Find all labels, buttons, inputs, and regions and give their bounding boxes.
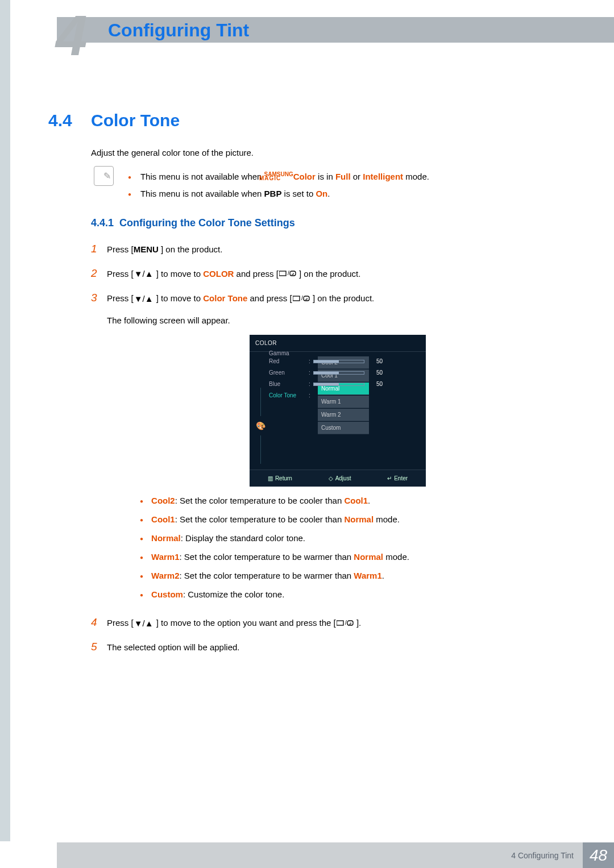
step-4: 4 Press [▼/▲ ] to move to the option you…: [91, 615, 569, 632]
osd-option-warm2: Warm 2: [318, 409, 369, 421]
palette-icon: 🎨: [256, 418, 265, 434]
subsection-number: 4.4.1: [91, 217, 114, 229]
osd-option-warm1: Warm 1: [318, 396, 369, 408]
osd-row-color-tone: Color Tone : Cool 2 Cool 1 Normal Warm 1…: [269, 391, 422, 401]
note2-pre: This menu is not available when: [140, 189, 264, 198]
s3-pre: Press [: [107, 293, 134, 303]
desc-warm1: ●Warm1: Set the color temperature to be …: [140, 551, 569, 563]
s4-post: ].: [354, 618, 362, 628]
enter-icon: /: [279, 266, 296, 283]
color-menu-label: COLOR: [203, 269, 234, 279]
subsection-title: Configuring the Color Tone Settings: [119, 217, 295, 229]
desc-normal: ●Normal: Display the standard color tone…: [140, 532, 569, 544]
intelligent-label: Intelligent: [363, 172, 403, 181]
osd-screenshot: COLOR 🎨 Red : 50 Green: [250, 335, 426, 487]
svg-rect-3: [293, 296, 300, 301]
step-5: 5 The selected option will be applied.: [91, 639, 569, 656]
desc-custom: ●Custom: Customize the color tone.: [140, 588, 569, 600]
s3-mid: ] to move to: [154, 293, 204, 303]
osd-label-selected: Color Tone: [269, 390, 309, 401]
note1-post: mode.: [403, 172, 429, 181]
return-icon: ▥: [268, 475, 273, 481]
osd-value: 50: [368, 367, 383, 378]
bullet-icon: ●: [128, 174, 131, 180]
s2-post: ] on the product.: [297, 269, 361, 279]
svg-rect-8: [347, 621, 353, 625]
step-number: 3: [91, 292, 107, 304]
svg-rect-5: [304, 296, 309, 301]
s3-and: and press [: [247, 293, 292, 303]
enter-icon: ↵: [387, 475, 392, 481]
step-3: 3 Press [▼/▲ ] to move to Color Tone and…: [91, 290, 569, 607]
osd-adjust: ◇Adjust: [329, 473, 351, 484]
osd-value: 50: [368, 356, 383, 367]
bullet-icon: ●: [140, 592, 143, 598]
desc-warm2: ●Warm2: Set the color temperature to be …: [140, 570, 569, 582]
osd-option-custom: Custom: [318, 422, 369, 434]
down-up-arrow-icon: ▼/▲: [134, 291, 154, 308]
bullet-icon: ●: [128, 191, 131, 197]
magic-color-label: Color: [293, 172, 316, 181]
s2-mid: ] to move to: [154, 269, 204, 279]
subsection-heading: 4.4.1 Configuring the Color Tone Setting…: [91, 217, 295, 229]
s5-text: The selected option will be applied.: [107, 639, 569, 656]
s3-follow: The following screen will appear.: [107, 315, 230, 325]
bullet-icon: ●: [140, 498, 143, 504]
s1-pre: Press [: [107, 244, 134, 254]
footer-chapter-label: 4 Configuring Tint: [57, 842, 583, 868]
full-label: Full: [335, 172, 351, 181]
svg-rect-2: [290, 271, 296, 276]
note1-pre: This menu is not available when: [140, 172, 264, 181]
note2-mid: is set to: [281, 189, 316, 198]
osd-value: 50: [368, 379, 383, 389]
enter-icon: /: [293, 291, 310, 308]
svg-text:/: /: [345, 620, 347, 626]
desc-cool2: ●Cool2: Set the color temperature to be …: [140, 495, 569, 506]
adjust-icon: ◇: [329, 475, 333, 481]
note-list: ● This menu is not available when SAMSUN…: [128, 168, 429, 202]
bullet-icon: ●: [140, 517, 143, 523]
intro-text: Adjust the general color tone of the pic…: [91, 148, 254, 157]
step-2: 2 Press [▼/▲ ] to move to COLOR and pres…: [91, 266, 569, 283]
bullet-icon: ●: [140, 535, 143, 542]
s1-post: ] on the product.: [159, 244, 223, 254]
bullet-icon: ●: [140, 573, 143, 579]
note1-mid: is in: [316, 172, 335, 181]
s3-post: ] on the product.: [310, 293, 375, 303]
osd-label: Green: [269, 367, 309, 378]
svg-text:/: /: [288, 270, 289, 276]
steps-list: 1 Press [MENU ] on the product. 2 Press …: [91, 242, 569, 664]
note2-post: .: [327, 189, 330, 198]
note1-or: or: [351, 172, 363, 181]
osd-enter: ↵Enter: [387, 473, 408, 484]
page-title: Configuring Tint: [108, 20, 249, 41]
enter-icon: /: [337, 616, 354, 632]
chapter-number-graphic: 4: [56, 7, 88, 64]
section-title: Color Tone: [91, 111, 180, 130]
s4-mid: ] to move to the option you want and pre…: [154, 618, 336, 628]
desc-cool1: ●Cool1: Set the color temperature to be …: [140, 513, 569, 525]
osd-label: Blue: [269, 379, 309, 389]
color-tone-menu-label: Color Tone: [203, 293, 247, 303]
s4-pre: Press [: [107, 618, 134, 628]
step-number: 4: [91, 616, 107, 629]
osd-color-tone-options: Cool 2 Cool 1 Normal Warm 1 Warm 2 Custo…: [318, 356, 369, 435]
osd-return: ▥Return: [268, 473, 292, 484]
svg-rect-0: [279, 271, 286, 276]
osd-footer: ▥Return ◇Adjust ↵Enter: [250, 470, 426, 487]
step-number: 5: [91, 641, 107, 653]
svg-rect-6: [337, 621, 343, 625]
section-number: 4.4: [48, 111, 72, 130]
note-item-2: ● This menu is not available when PBP is…: [128, 185, 429, 202]
pbp-label: PBP: [264, 189, 282, 198]
menu-button-label: MENU: [134, 242, 159, 258]
left-margin-bar: [0, 0, 10, 841]
bullet-icon: ●: [140, 554, 143, 560]
down-up-arrow-icon: ▼/▲: [134, 616, 154, 632]
step-number: 1: [91, 243, 107, 255]
note-icon: ✎: [94, 166, 114, 186]
tone-description-list: ●Cool2: Set the color temperature to be …: [140, 495, 569, 600]
s2-pre: Press [: [107, 269, 134, 279]
page-footer: 4 Configuring Tint 48: [0, 842, 614, 868]
s2-and: and press [: [234, 269, 278, 279]
